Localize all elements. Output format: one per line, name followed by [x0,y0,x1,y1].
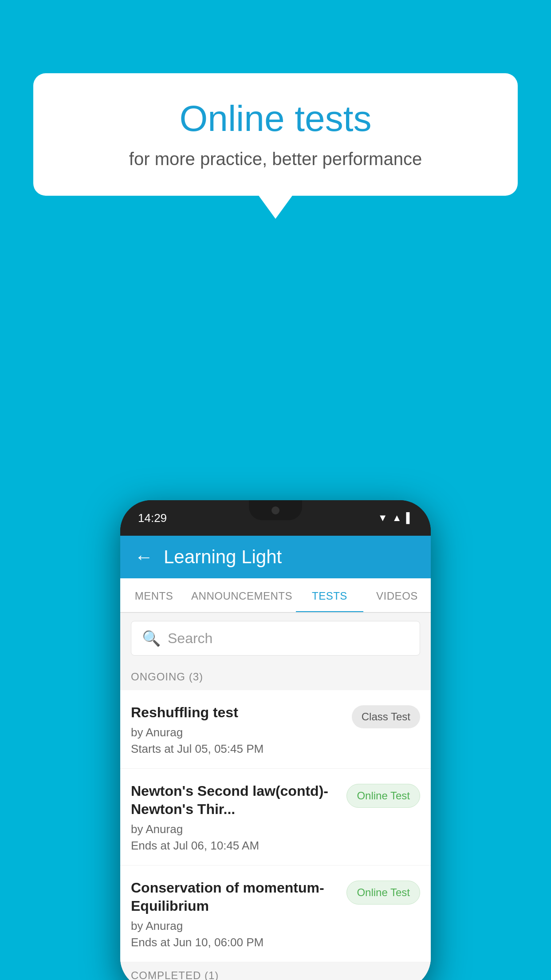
tab-videos[interactable]: VIDEOS [363,578,431,612]
status-badge: Online Test [346,881,420,905]
test-name: Conservation of momentum-Equilibrium [131,879,339,916]
app-header: ← Learning Light [120,536,431,578]
test-info: Conservation of momentum-Equilibrium by … [131,879,346,949]
phone-status-bar: 14:29 ▼ ▲ ▌ [120,500,431,536]
completed-section-label: COMPLETED (1) [120,962,431,980]
test-time: Ends at Jul 06, 10:45 AM [131,839,339,853]
test-time: Ends at Jun 10, 06:00 PM [131,936,339,949]
test-info: Newton's Second law(contd)-Newton's Thir… [131,782,346,853]
bubble-subtitle: for more practice, better performance [60,149,491,169]
tab-bar: MENTS ANNOUNCEMENTS TESTS VIDEOS [120,578,431,613]
ongoing-section-label: ONGOING (3) [120,664,431,690]
wifi-icon: ▼ [378,512,388,524]
test-author: by Anurag [131,822,339,836]
test-author: by Anurag [131,726,345,739]
test-item[interactable]: Conservation of momentum-Equilibrium by … [120,865,431,962]
battery-icon: ▌ [406,512,413,524]
search-bar[interactable]: 🔍 Search [131,621,420,656]
speech-bubble: Online tests for more practice, better p… [33,73,518,196]
camera-icon [272,506,279,514]
tab-tests[interactable]: TESTS [296,578,363,612]
search-icon: 🔍 [142,629,161,647]
tab-announcements[interactable]: ANNOUNCEMENTS [188,578,296,612]
test-list: Reshuffling test by Anurag Starts at Jul… [120,690,431,962]
test-name: Reshuffling test [131,703,345,722]
phone-device: 14:29 ▼ ▲ ▌ ← Learning Light MENTS [120,500,431,980]
back-button[interactable]: ← [134,548,153,566]
phone-screen: ← Learning Light MENTS ANNOUNCEMENTS TES… [120,536,431,980]
test-item[interactable]: Reshuffling test by Anurag Starts at Jul… [120,690,431,769]
status-badge: Class Test [352,705,420,728]
status-badge: Online Test [346,784,420,808]
test-info: Reshuffling test by Anurag Starts at Jul… [131,703,352,756]
test-item[interactable]: Newton's Second law(contd)-Newton's Thir… [120,769,431,865]
test-author: by Anurag [131,919,339,933]
status-time: 14:29 [138,511,167,525]
phone-notch [249,500,302,520]
bubble-title: Online tests [60,98,491,139]
status-icons: ▼ ▲ ▌ [378,512,413,524]
search-container: 🔍 Search [120,613,431,664]
test-name: Newton's Second law(contd)-Newton's Thir… [131,782,339,819]
tab-ments[interactable]: MENTS [120,578,188,612]
search-input[interactable]: Search [168,630,213,647]
test-time: Starts at Jul 05, 05:45 PM [131,742,345,756]
signal-icon: ▲ [392,512,402,524]
app-title: Learning Light [164,546,282,568]
